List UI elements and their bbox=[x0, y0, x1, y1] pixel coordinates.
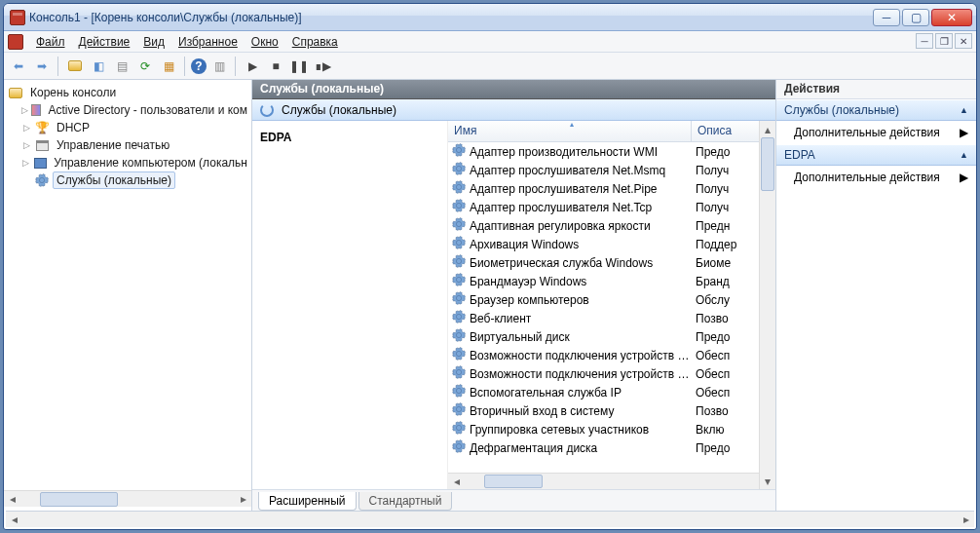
service-name: Адаптер прослушивателя Net.Msmq bbox=[470, 164, 665, 177]
actions-section-selected[interactable]: EDPA ▲ bbox=[776, 144, 976, 166]
scroll-thumb[interactable] bbox=[484, 475, 543, 488]
mdi-restore-button[interactable]: ❐ bbox=[935, 33, 953, 49]
service-name: Биометрическая служба Windows bbox=[470, 256, 653, 270]
properties-button[interactable]: ▤ bbox=[111, 56, 132, 77]
menu-favorites[interactable]: Избранное bbox=[171, 35, 245, 49]
tab-extended[interactable]: Расширенный bbox=[258, 492, 357, 511]
forward-button[interactable]: ➡ bbox=[31, 56, 53, 77]
service-name: Адаптер прослушивателя Net.Pipe bbox=[470, 182, 658, 196]
tree-item-print[interactable]: ▷ Управление печатью bbox=[4, 136, 251, 154]
tree-root[interactable]: Корень консоли bbox=[4, 84, 251, 101]
service-row[interactable]: Браузер компьютеровОбслу bbox=[448, 290, 775, 309]
refresh-button[interactable]: ⟳ bbox=[134, 56, 156, 77]
scroll-thumb[interactable] bbox=[40, 492, 118, 507]
tab-standard[interactable]: Стандартный bbox=[358, 492, 453, 511]
list-body[interactable]: Адаптер производительности WMIПредоАдапт… bbox=[448, 142, 775, 473]
tree-label: Управление компьютером (локальн bbox=[50, 154, 251, 171]
up-level-button[interactable] bbox=[64, 56, 86, 77]
pause-service-button[interactable]: ❚❚ bbox=[288, 56, 310, 77]
help-topics-button[interactable]: ▥ bbox=[208, 56, 230, 77]
list-hscrollbar[interactable]: ◂ ▸ bbox=[448, 473, 775, 489]
service-row[interactable]: Вторичный вход в системуПозво bbox=[448, 401, 775, 420]
maximize-button[interactable]: ▢ bbox=[902, 9, 929, 26]
service-name: Виртуальный диск bbox=[470, 330, 570, 344]
document-icon[interactable] bbox=[8, 34, 23, 50]
start-service-button[interactable]: ▶ bbox=[242, 56, 263, 77]
tree-item-dhcp[interactable]: ▷ 🏆 DHCP bbox=[4, 119, 251, 136]
mmc-window: Консоль1 - [Корень консоли\Службы (локал… bbox=[3, 3, 977, 530]
menu-action[interactable]: Действие bbox=[72, 35, 137, 49]
tree-item-ad[interactable]: ▷ Active Directory - пользователи и ком bbox=[4, 101, 251, 119]
app-icon bbox=[10, 10, 25, 25]
scroll-left-icon[interactable]: ◂ bbox=[4, 492, 20, 507]
content-area: Корень консоли ▷ Active Directory - поль… bbox=[4, 80, 976, 511]
service-row[interactable]: Дефрагментация дискаПредо bbox=[448, 438, 775, 457]
service-row[interactable]: Возможности подключения устройств …Обесп bbox=[448, 364, 775, 383]
close-button[interactable]: ✕ bbox=[931, 9, 972, 26]
service-row[interactable]: Веб-клиентПозво bbox=[448, 309, 775, 327]
back-button[interactable]: ⬅ bbox=[8, 56, 29, 77]
scroll-left-icon[interactable]: ◂ bbox=[448, 474, 465, 489]
result-pane: Службы (локальные) Службы (локальные) ED… bbox=[252, 80, 776, 511]
list-vscrollbar[interactable]: ▴ ▾ bbox=[759, 121, 775, 489]
actions-section-services[interactable]: Службы (локальные) ▲ bbox=[776, 99, 976, 121]
service-row[interactable]: Группировка сетевых участниковВклю bbox=[448, 420, 775, 438]
service-row[interactable]: Адаптер прослушивателя Net.MsmqПолуч bbox=[448, 161, 775, 179]
expander-icon[interactable]: ▷ bbox=[21, 123, 31, 133]
menu-file[interactable]: Файл bbox=[29, 35, 72, 49]
service-name: Возможности подключения устройств … bbox=[470, 367, 689, 381]
stop-service-button[interactable]: ■ bbox=[265, 56, 286, 77]
titlebar[interactable]: Консоль1 - [Корень консоли\Службы (локал… bbox=[4, 4, 976, 31]
service-row[interactable]: Виртуальный дискПредо bbox=[448, 327, 775, 346]
service-row[interactable]: Адаптивная регулировка яркостиПредн bbox=[448, 216, 775, 235]
tree-item-computer-mgmt[interactable]: ▷ Управление компьютером (локальн bbox=[4, 154, 251, 171]
collapse-icon[interactable]: ▲ bbox=[960, 150, 968, 160]
service-row[interactable]: Брандмауэр WindowsБранд bbox=[448, 272, 775, 290]
collapse-icon[interactable]: ▲ bbox=[960, 105, 968, 115]
scroll-thumb[interactable] bbox=[761, 137, 774, 191]
service-row[interactable]: Адаптер прослушивателя Net.TcpПолуч bbox=[448, 198, 775, 216]
menu-window[interactable]: Окно bbox=[245, 35, 285, 49]
column-name-header[interactable]: Имя ▴ bbox=[448, 121, 692, 141]
export-button[interactable]: ▦ bbox=[158, 56, 179, 77]
service-name: Группировка сетевых участников bbox=[470, 423, 649, 437]
gear-icon bbox=[452, 291, 466, 308]
help-button[interactable]: ? bbox=[191, 58, 207, 74]
service-row[interactable]: Адаптер прослушивателя Net.PipeПолуч bbox=[448, 179, 775, 198]
scroll-up-icon[interactable]: ▴ bbox=[760, 121, 775, 137]
menu-help[interactable]: Справка bbox=[285, 35, 345, 49]
tree-hscrollbar[interactable]: ◂ ▸ bbox=[4, 490, 251, 507]
actions-more-selected[interactable]: Дополнительные действия ▶ bbox=[776, 166, 976, 189]
view-tabs: Расширенный Стандартный bbox=[252, 489, 775, 511]
expander-icon[interactable]: ▷ bbox=[21, 158, 30, 168]
folder-icon bbox=[9, 88, 22, 98]
gear-icon bbox=[452, 180, 466, 197]
menu-view[interactable]: Вид bbox=[136, 35, 171, 49]
result-header: Службы (локальные) bbox=[252, 80, 775, 99]
scroll-left-icon[interactable]: ◂ bbox=[6, 512, 22, 527]
refresh-icon[interactable] bbox=[260, 103, 274, 117]
tree-item-services[interactable]: Службы (локальные) bbox=[4, 171, 251, 189]
mdi-minimize-button[interactable]: ─ bbox=[916, 33, 933, 49]
service-row[interactable]: Биометрическая служба WindowsБиоме bbox=[448, 253, 775, 272]
scroll-right-icon[interactable]: ▸ bbox=[235, 492, 251, 507]
submenu-arrow-icon: ▶ bbox=[960, 171, 968, 184]
service-row[interactable]: Возможности подключения устройств …Обесп bbox=[448, 346, 775, 364]
expander-icon[interactable]: ▷ bbox=[21, 105, 28, 115]
service-row[interactable]: Вспомогательная служба IPОбесп bbox=[448, 383, 775, 401]
window-hscrollbar[interactable]: ◂ ▸ bbox=[6, 511, 974, 527]
mdi-close-button[interactable]: ✕ bbox=[955, 33, 972, 49]
service-row[interactable]: Архивация WindowsПоддер bbox=[448, 235, 775, 253]
window-title: Консоль1 - [Корень консоли\Службы (локал… bbox=[29, 11, 871, 24]
minimize-button[interactable]: ─ bbox=[873, 9, 900, 26]
sort-asc-icon: ▴ bbox=[570, 120, 574, 129]
gear-icon bbox=[452, 254, 466, 271]
expander-icon[interactable]: ▷ bbox=[21, 140, 31, 150]
scroll-down-icon[interactable]: ▾ bbox=[760, 473, 775, 489]
restart-service-button[interactable]: ∎▶ bbox=[312, 56, 333, 77]
actions-more-services[interactable]: Дополнительные действия ▶ bbox=[776, 121, 976, 144]
scroll-right-icon[interactable]: ▸ bbox=[958, 512, 974, 527]
console-tree[interactable]: Корень консоли ▷ Active Directory - поль… bbox=[4, 84, 251, 490]
show-hide-tree-button[interactable]: ◧ bbox=[88, 56, 109, 77]
service-row[interactable]: Адаптер производительности WMIПредо bbox=[448, 142, 775, 161]
